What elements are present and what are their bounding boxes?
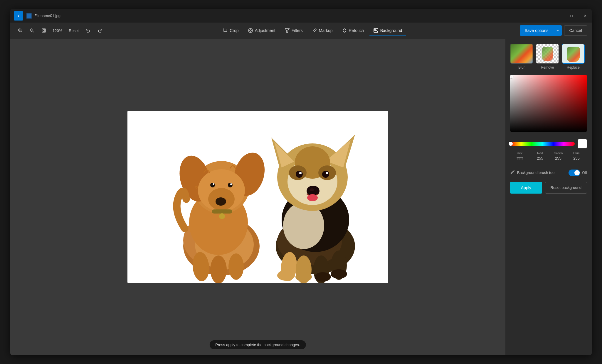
blue-input[interactable] [569, 156, 584, 160]
toolbar-right: Save options Cancel [520, 25, 587, 36]
blur-preview [510, 44, 533, 63]
brush-tool-label: Background brush tool [517, 170, 566, 175]
brush-icon [510, 170, 515, 176]
bg-option-replace[interactable]: Replace [562, 44, 585, 70]
svg-point-12 [250, 30, 251, 31]
adjustment-tool-button[interactable]: Adjustment [244, 25, 280, 36]
reset-button[interactable]: Reset [66, 26, 82, 35]
hex-input-group: Hex [510, 151, 529, 160]
toolbar-center: Crop Adjustment Filters Markup [106, 25, 519, 36]
undo-button[interactable] [83, 26, 93, 35]
markup-tool-button[interactable]: Markup [308, 25, 337, 36]
right-panel: Blur Remove Replace [505, 39, 592, 355]
blur-label: Blur [518, 65, 524, 70]
back-button[interactable] [14, 11, 23, 21]
svg-point-68 [513, 170, 514, 171]
minimize-button[interactable]: — [551, 9, 565, 23]
brush-tool-row: Background brush tool Off [510, 170, 587, 176]
crop-label: Crop [230, 28, 238, 33]
toggle-thumb [574, 170, 580, 175]
fit-icon [41, 28, 46, 33]
cancel-button[interactable]: Cancel [564, 25, 587, 36]
svg-point-39 [219, 213, 225, 219]
svg-point-11 [248, 28, 253, 33]
svg-point-62 [310, 188, 314, 191]
blue-label: Blue [573, 151, 580, 155]
svg-rect-1 [27, 13, 31, 18]
bg-option-remove[interactable]: Remove [536, 44, 559, 70]
hex-input[interactable] [510, 156, 529, 160]
save-options-button[interactable]: Save options [520, 25, 553, 36]
adjustment-icon [248, 28, 253, 33]
color-picker[interactable] [510, 75, 587, 132]
background-tool-button[interactable]: Background [369, 25, 406, 36]
svg-point-15 [344, 30, 345, 31]
svg-point-59 [299, 172, 302, 174]
red-input-group: Red [533, 151, 547, 160]
bg-options-row: Blur Remove Replace [510, 44, 587, 70]
green-input[interactable] [551, 156, 566, 160]
fit-button[interactable] [38, 26, 49, 35]
save-options-dropdown[interactable] [553, 25, 562, 36]
color-inputs-row: Hex Red Green Blue [510, 151, 587, 160]
apply-button[interactable]: Apply [510, 182, 542, 194]
hue-slider-row [510, 139, 587, 148]
toggle-track[interactable] [569, 170, 580, 176]
filters-label: Filters [292, 28, 303, 33]
zoom-out-icon [30, 28, 34, 33]
hue-handle [509, 142, 513, 146]
blur-thumb [510, 44, 533, 64]
remove-label: Remove [541, 65, 554, 70]
svg-point-37 [230, 183, 232, 185]
svg-point-58 [322, 171, 329, 178]
retouch-icon [342, 28, 347, 33]
maximize-button[interactable]: □ [565, 9, 578, 23]
status-message: Press apply to complete the background c… [215, 343, 300, 347]
markup-icon [312, 28, 317, 33]
zoom-out-button[interactable] [27, 26, 37, 35]
svg-point-64 [277, 270, 295, 281]
brush-toggle[interactable]: Off [569, 170, 587, 176]
svg-point-67 [331, 269, 347, 279]
save-options-group: Save options [520, 25, 562, 36]
svg-point-63 [307, 194, 318, 201]
red-label: Red [537, 151, 543, 155]
window-controls: — □ ✕ [551, 9, 592, 23]
retouch-tool-button[interactable]: Retouch [338, 25, 368, 36]
status-bar: Press apply to complete the background c… [209, 340, 306, 349]
crop-tool-button[interactable]: Crop [219, 25, 243, 36]
crop-icon [223, 28, 228, 33]
action-buttons-row: Apply Reset background [510, 182, 587, 194]
close-button[interactable]: ✕ [578, 9, 592, 23]
replace-label: Replace [567, 65, 580, 70]
redo-button[interactable] [95, 26, 105, 35]
red-input[interactable] [533, 156, 547, 160]
remove-thumb [536, 44, 559, 64]
app-window: Filename01.jpg — □ ✕ [10, 9, 592, 355]
svg-line-7 [33, 31, 34, 32]
color-picker-handle [510, 75, 513, 78]
bg-option-blur[interactable]: Blur [510, 44, 533, 70]
adjustment-label: Adjustment [255, 28, 275, 33]
background-label: Background [380, 28, 402, 33]
reset-background-button[interactable]: Reset background [545, 182, 587, 194]
main-content: Press apply to complete the background c… [10, 39, 592, 355]
markup-label: Markup [319, 28, 333, 33]
svg-point-14 [343, 29, 346, 32]
divider [510, 166, 587, 166]
svg-point-25 [210, 255, 227, 283]
remove-preview [536, 44, 559, 63]
app-icon [26, 13, 32, 19]
background-icon [374, 28, 378, 33]
hue-slider[interactable] [510, 142, 575, 146]
zoom-in-button[interactable] [15, 26, 26, 35]
filters-tool-button[interactable]: Filters [281, 25, 307, 36]
svg-rect-10 [43, 30, 45, 31]
color-gradient-box[interactable] [510, 75, 587, 132]
blue-input-group: Blue [569, 151, 584, 160]
svg-rect-9 [42, 29, 46, 32]
svg-point-34 [210, 183, 215, 187]
undo-icon [86, 28, 90, 33]
toggle-off-label: Off [582, 170, 587, 175]
title-bar: Filename01.jpg — □ ✕ [10, 9, 592, 23]
